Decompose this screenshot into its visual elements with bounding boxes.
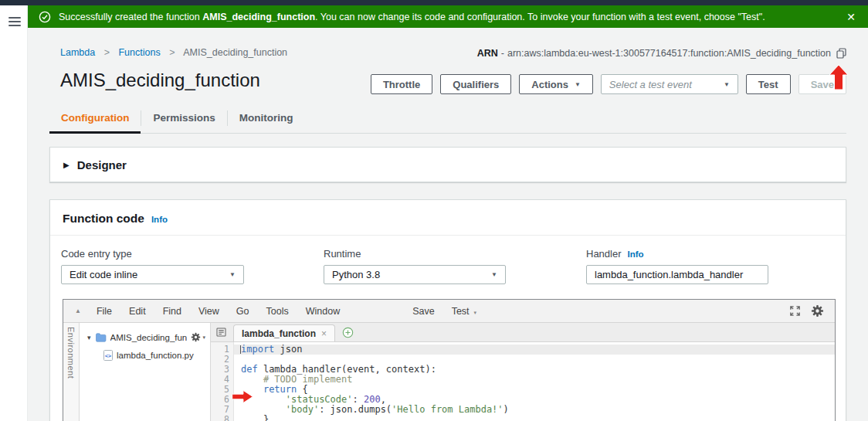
tab-monitoring-label: Monitoring [239, 112, 293, 124]
banner-message-prefix: Successfully created the function [59, 12, 202, 22]
code-entry-type-select[interactable]: Edit code inline▼ [61, 265, 244, 284]
chevron-down-icon: ▼ [491, 271, 497, 278]
function-code-panel: Function code Info Code entry type Edit … [49, 199, 846, 421]
editor-save-menu[interactable]: Save [404, 306, 443, 317]
success-banner: Successfully created the function AMIS_d… [28, 5, 868, 28]
action-buttons: Throttle Qualifiers Actions▼ Select a te… [371, 74, 846, 94]
copy-icon[interactable] [836, 48, 846, 59]
editor-body: Environment ▾ AMIS_deciding_fun ▾ [63, 323, 835, 421]
test-button[interactable]: Test [746, 74, 791, 94]
function-arn: ARN - arn:aws:lambda:eu-west-1:300577164… [477, 48, 846, 59]
success-check-icon [39, 11, 51, 23]
environment-tab[interactable]: Environment [63, 323, 80, 421]
chevron-down-icon: ▾ [474, 310, 477, 315]
menu-view[interactable]: View [190, 306, 228, 317]
tab-configuration[interactable]: Configuration [49, 104, 141, 133]
close-icon[interactable]: ✕ [846, 12, 856, 22]
code-entry-type-label: Code entry type [61, 248, 132, 260]
tab-permissions[interactable]: Permissions [141, 104, 226, 133]
banner-message-suffix: . You can now change its code and config… [315, 12, 765, 22]
chevron-down-icon: ▼ [724, 81, 730, 88]
function-code-header: Function code Info [50, 200, 846, 236]
runtime-value: Python 3.8 [332, 269, 491, 280]
annotation-arrow-up-icon [829, 64, 849, 90]
editor-tab-lambda-function[interactable]: lambda_function × [233, 324, 335, 341]
line-numbers: 123456789 [211, 342, 234, 421]
code-text[interactable]: import json def lambda_handler(event, co… [234, 342, 835, 421]
handler-field: HandlerInfo [586, 248, 768, 284]
chevron-down-icon: ▼ [575, 81, 581, 88]
new-tab-icon[interactable] [342, 327, 354, 338]
editor-tabbar: lambda_function × [211, 323, 835, 342]
code-entry-type-value: Edit code inline [70, 269, 229, 280]
runtime-field: Runtime Python 3.8▼ [324, 248, 506, 284]
environment-label: Environment [66, 327, 76, 421]
svg-text:<>: <> [105, 352, 111, 358]
gear-icon[interactable] [811, 304, 824, 317]
breadcrumb-link-functions[interactable]: Functions [118, 47, 160, 58]
editor-test-menu[interactable]: Test▾ [443, 306, 485, 317]
qualifiers-button[interactable]: Qualifiers [440, 74, 511, 94]
tree-settings-gear-icon[interactable] [191, 332, 201, 342]
tab-permissions-label: Permissions [153, 112, 215, 124]
tree-folder-name: AMIS_deciding_fun [110, 333, 188, 342]
menu-tools[interactable]: Tools [258, 306, 297, 317]
code-entry-type-field: Code entry type Edit code inline▼ [61, 248, 244, 284]
tab-list-icon[interactable] [216, 328, 226, 337]
designer-panel[interactable]: ▶ Designer [49, 147, 846, 182]
collapsed-sidebar [0, 5, 28, 421]
file-tree: ▾ AMIS_deciding_fun ▾ <> lambda_function… [80, 323, 211, 421]
hamburger-menu-icon[interactable] [8, 17, 21, 29]
handler-input[interactable] [586, 265, 768, 284]
tab-monitoring[interactable]: Monitoring [228, 104, 305, 133]
arn-label: ARN [477, 48, 498, 59]
lambda-console-screen: Successfully created the function AMIS_d… [0, 0, 868, 421]
tab-bar: Configuration Permissions Monitoring [49, 104, 846, 134]
menu-go[interactable]: Go [228, 306, 258, 317]
tree-file-row[interactable]: <> lambda_function.py [80, 346, 210, 364]
function-code-title: Function code [63, 212, 144, 226]
test-event-select[interactable]: Select a test event▼ [601, 74, 738, 94]
menu-file[interactable]: File [88, 306, 120, 317]
top-nav-edge [0, 0, 868, 5]
throttle-button[interactable]: Throttle [371, 74, 432, 94]
expand-triangle-icon: ▶ [63, 161, 70, 169]
test-label: Test [758, 79, 778, 90]
arn-value: arn:aws:lambda:eu-west-1:300577164517:fu… [507, 48, 831, 59]
tree-file-name: lambda_function.py [117, 351, 205, 360]
breadcrumb-current: AMIS_deciding_function [183, 47, 287, 58]
qualifiers-label: Qualifiers [453, 79, 499, 90]
menu-window[interactable]: Window [297, 306, 348, 317]
editor-tab-label: lambda_function [242, 328, 316, 339]
collapse-menubar-icon[interactable]: ▲ [75, 307, 81, 314]
menu-edit[interactable]: Edit [120, 306, 154, 317]
menu-find[interactable]: Find [154, 306, 190, 317]
breadcrumb-separator: > [104, 47, 110, 58]
code-area[interactable]: 123456789 import json def lambda_handler… [211, 342, 835, 421]
chevron-down-icon: ▾ [202, 334, 205, 341]
python-file-icon: <> [103, 350, 113, 361]
tree-folder-row[interactable]: ▾ AMIS_deciding_fun ▾ [80, 328, 210, 346]
code-editor: ▲ File Edit Find View Go Tools Window Sa… [63, 299, 836, 421]
tab-close-icon[interactable]: × [321, 328, 327, 339]
actions-label: Actions [531, 79, 568, 90]
actions-button[interactable]: Actions▼ [519, 74, 593, 94]
annotation-arrow-right-icon [231, 389, 254, 404]
test-event-placeholder: Select a test event [609, 79, 724, 90]
designer-title: Designer [77, 158, 127, 171]
banner-function-name: AMIS_deciding_function [202, 12, 315, 22]
breadcrumb-separator: > [169, 47, 175, 58]
main-content: Lambda > Functions > AMIS_deciding_funct… [28, 28, 868, 421]
runtime-select[interactable]: Python 3.8▼ [324, 265, 506, 284]
breadcrumb: Lambda > Functions > AMIS_deciding_funct… [60, 47, 287, 58]
breadcrumb-link-lambda[interactable]: Lambda [60, 47, 95, 58]
function-code-info-link[interactable]: Info [151, 215, 168, 224]
fullscreen-icon[interactable] [789, 305, 801, 317]
handler-info-link[interactable]: Info [628, 250, 644, 259]
code-pane: lambda_function × 123456789 import json … [211, 323, 835, 421]
banner-message: Successfully created the function AMIS_d… [59, 12, 839, 22]
editor-test-label: Test [452, 306, 470, 317]
tab-configuration-label: Configuration [61, 112, 129, 124]
handler-label: Handler [586, 248, 622, 260]
chevron-down-icon: ▼ [229, 271, 236, 278]
